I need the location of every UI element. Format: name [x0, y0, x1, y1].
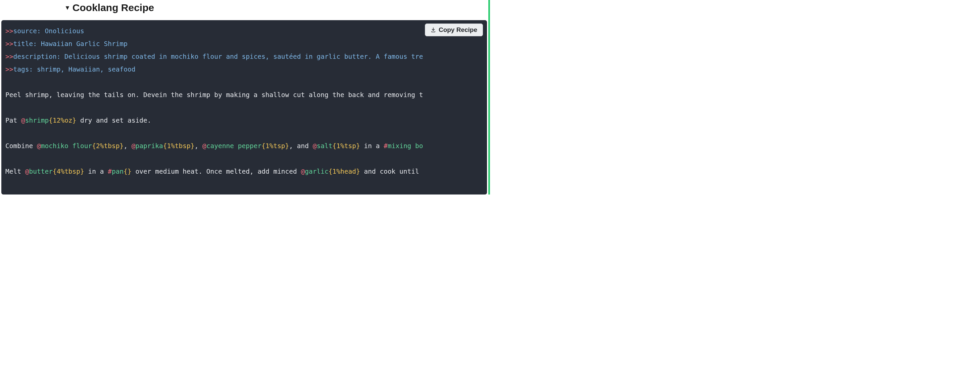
copy-recipe-button[interactable]: Copy Recipe — [425, 24, 483, 36]
collapsible-header: ▼ Cooklang Recipe — [0, 0, 488, 20]
copy-recipe-label: Copy Recipe — [439, 26, 477, 33]
download-icon — [431, 27, 436, 33]
recipe-source: >>source: Onolicious >>title: Hawaiian G… — [2, 20, 487, 178]
code-block: Copy Recipe >>source: Onolicious >>title… — [2, 20, 487, 194]
collapsible-summary[interactable]: ▼ Cooklang Recipe — [64, 2, 488, 13]
disclosure-triangle-icon: ▼ — [64, 5, 70, 11]
section-title: Cooklang Recipe — [73, 2, 154, 13]
